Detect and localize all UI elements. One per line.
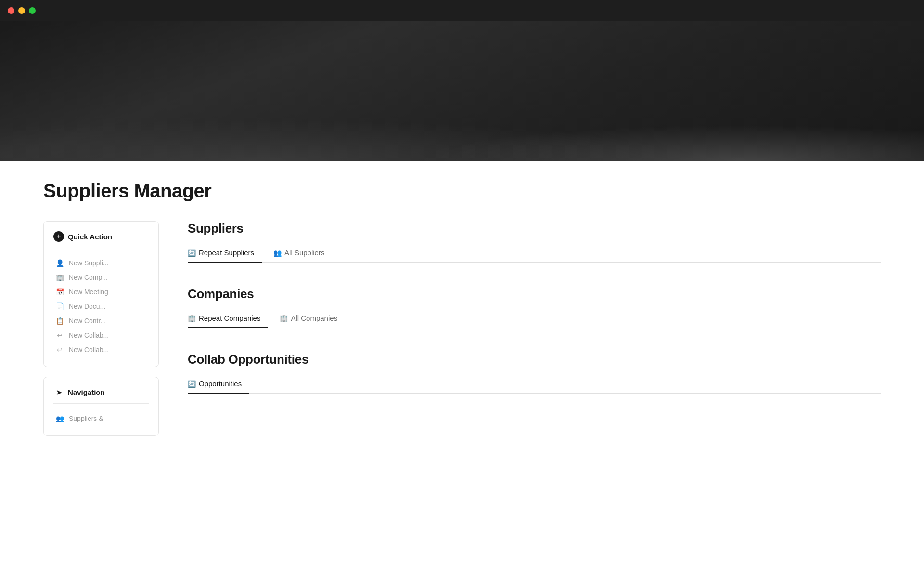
- minimize-button[interactable]: [18, 7, 25, 14]
- suppliers-nav-icon: 👥: [55, 415, 64, 422]
- repeat-suppliers-label: Repeat Suppliers: [199, 249, 254, 257]
- collab1-icon: ↩: [55, 331, 64, 339]
- all-companies-icon: 🏢: [280, 315, 288, 322]
- contract-icon: 📋: [55, 317, 64, 325]
- sidebar-item-new-collab1[interactable]: ↩ New Collab...: [53, 328, 149, 342]
- new-meeting-label: New Meeting: [69, 288, 108, 296]
- collab-tabs: 🔄 Opportunities: [188, 375, 881, 394]
- quick-action-header: + Quick Action: [53, 231, 149, 248]
- sidebar-item-new-document[interactable]: 📄 New Docu...: [53, 299, 149, 314]
- tab-repeat-suppliers[interactable]: 🔄 Repeat Suppliers: [188, 244, 262, 263]
- collab2-icon: ↩: [55, 346, 64, 354]
- right-content: Suppliers 🔄 Repeat Suppliers 👥 All Suppl…: [188, 221, 881, 418]
- companies-tabs: 🏢 Repeat Companies 🏢 All Companies: [188, 309, 881, 328]
- collab-section: Collab Opportunities 🔄 Opportunities: [188, 352, 881, 394]
- main-content: Suppliers Manager + Quick Action 👤 New S…: [0, 161, 924, 474]
- calendar-icon: 📅: [55, 288, 64, 296]
- building-icon: 🏢: [55, 274, 64, 281]
- tab-opportunities[interactable]: 🔄 Opportunities: [188, 375, 249, 394]
- hero-banner: [0, 21, 924, 161]
- document-icon: 📄: [55, 302, 64, 310]
- opportunities-label: Opportunities: [199, 380, 242, 388]
- all-suppliers-label: All Suppliers: [284, 249, 324, 257]
- new-company-label: New Comp...: [69, 274, 108, 281]
- sidebar-item-new-meeting[interactable]: 📅 New Meeting: [53, 285, 149, 299]
- quick-action-title: Quick Action: [68, 233, 112, 241]
- quick-action-card: + Quick Action 👤 New Suppli... 🏢 New Com…: [43, 221, 159, 367]
- collab-title: Collab Opportunities: [188, 352, 881, 367]
- all-suppliers-icon: 👥: [273, 249, 282, 257]
- repeat-suppliers-icon: 🔄: [188, 249, 196, 257]
- suppliers-section: Suppliers 🔄 Repeat Suppliers 👥 All Suppl…: [188, 221, 881, 263]
- companies-section: Companies 🏢 Repeat Companies 🏢 All Compa…: [188, 287, 881, 328]
- new-contract-label: New Contr...: [69, 317, 106, 325]
- new-document-label: New Docu...: [69, 302, 105, 310]
- sidebar-item-new-company[interactable]: 🏢 New Comp...: [53, 270, 149, 285]
- all-companies-label: All Companies: [291, 314, 337, 322]
- navigation-title: Navigation: [68, 388, 105, 396]
- sidebar-item-new-supplier[interactable]: 👤 New Suppli...: [53, 256, 149, 270]
- navigation-header: ➤ Navigation: [53, 387, 149, 404]
- person-icon: 👤: [55, 259, 64, 267]
- tab-all-companies[interactable]: 🏢 All Companies: [280, 309, 345, 328]
- suppliers-title: Suppliers: [188, 221, 881, 236]
- sidebar-item-new-collab2[interactable]: ↩ New Collab...: [53, 342, 149, 357]
- suppliers-nav-label: Suppliers &: [69, 415, 103, 422]
- repeat-companies-icon: 🏢: [188, 315, 196, 322]
- tab-all-suppliers[interactable]: 👥 All Suppliers: [273, 244, 332, 263]
- repeat-companies-label: Repeat Companies: [199, 314, 260, 322]
- navigation-icon: ➤: [53, 387, 64, 397]
- sidebar-item-suppliers-nav[interactable]: 👥 Suppliers &: [53, 411, 149, 426]
- plus-icon: +: [53, 231, 64, 242]
- page-title: Suppliers Manager: [43, 180, 881, 202]
- new-supplier-label: New Suppli...: [69, 259, 108, 267]
- close-button[interactable]: [8, 7, 14, 14]
- sidebar: + Quick Action 👤 New Suppli... 🏢 New Com…: [43, 221, 159, 446]
- suppliers-tabs: 🔄 Repeat Suppliers 👥 All Suppliers: [188, 244, 881, 263]
- companies-title: Companies: [188, 287, 881, 302]
- tab-repeat-companies[interactable]: 🏢 Repeat Companies: [188, 309, 268, 328]
- titlebar: [0, 0, 924, 21]
- opportunities-icon: 🔄: [188, 380, 196, 388]
- new-collab1-label: New Collab...: [69, 331, 109, 339]
- navigation-card: ➤ Navigation 👥 Suppliers &: [43, 377, 159, 436]
- sidebar-item-new-contract[interactable]: 📋 New Contr...: [53, 314, 149, 328]
- content-layout: + Quick Action 👤 New Suppli... 🏢 New Com…: [43, 221, 881, 446]
- maximize-button[interactable]: [29, 7, 36, 14]
- new-collab2-label: New Collab...: [69, 346, 109, 354]
